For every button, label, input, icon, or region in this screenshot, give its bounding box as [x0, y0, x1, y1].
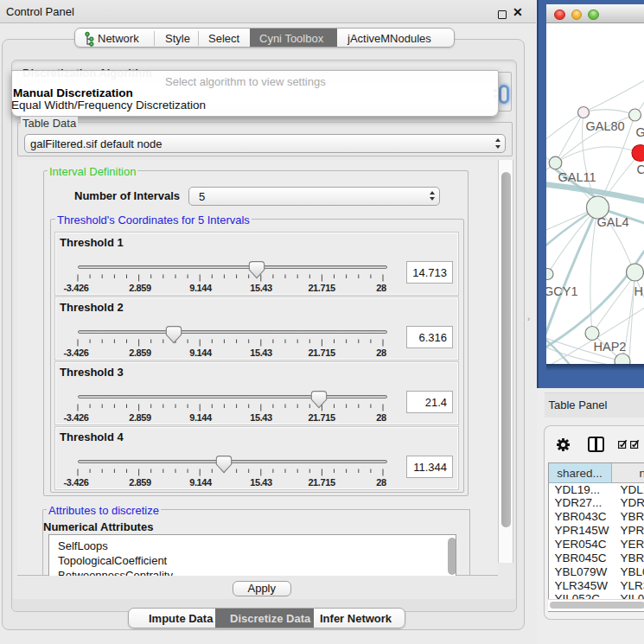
- svg-text:GAL4: GAL4: [596, 215, 628, 229]
- svg-text:GA: GA: [635, 125, 644, 139]
- svg-text:GAL80: GAL80: [585, 119, 624, 133]
- svg-text:GCY1: GCY1: [546, 284, 578, 298]
- svg-text:HAP2: HAP2: [593, 340, 626, 354]
- svg-text:CY: CY: [636, 163, 644, 176]
- svg-text:HI: HI: [634, 284, 644, 298]
- svg-text:GAL11: GAL11: [558, 170, 596, 184]
